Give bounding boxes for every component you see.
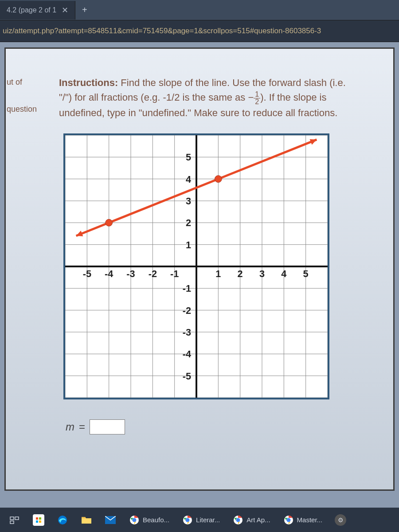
close-icon[interactable]: ✕ [62,5,68,15]
svg-text:2: 2 [238,268,243,279]
svg-text:1: 1 [186,239,191,250]
coordinate-graph: -5-4-3-2-11234554321-1-2-3-4-5 [63,133,329,399]
svg-text:-4: -4 [105,268,113,279]
svg-text:3: 3 [186,196,191,207]
fraction-numerator: 1 [254,91,260,98]
windows-taskbar: Beaufo... Literar... Art Ap... Master...… [0,508,399,532]
tab-title: 4.2 (page 2 of 1 [7,6,56,14]
out-of-label: ut of [7,78,37,87]
svg-point-51 [106,219,113,226]
chrome-icon [283,514,294,526]
svg-rect-53 [10,517,14,520]
explorer-button[interactable] [76,512,97,528]
equals-sign: = [79,421,85,433]
taskbar-label: Beaufo... [143,516,169,524]
svg-text:4: 4 [186,173,191,184]
svg-rect-57 [39,517,41,520]
taskbar-item-beaufo[interactable]: Beaufo... [124,512,174,528]
svg-text:-2: -2 [149,268,157,279]
svg-rect-56 [36,517,38,520]
chrome-icon [232,514,244,526]
mail-button[interactable] [100,512,121,528]
chrome-icon [182,514,193,526]
svg-text:2: 2 [186,217,191,228]
svg-point-67 [236,518,240,522]
svg-text:5: 5 [186,152,191,163]
svg-rect-54 [15,517,19,520]
browser-chrome: 4.2 (page 2 of 1 ✕ + uiz/attempt.php?att… [0,0,399,42]
fraction-example: 12 [254,91,260,106]
svg-point-63 [133,518,137,522]
task-view-icon [9,514,20,526]
edge-button[interactable] [52,512,73,528]
question-meta: ut of question [7,78,37,132]
edge-icon [57,514,68,526]
taskbar-label: Master... [297,516,323,524]
svg-text:-5: -5 [183,370,191,381]
tab-bar: 4.2 (page 2 of 1 ✕ + [0,0,399,20]
address-bar[interactable]: uiz/attempt.php?attempt=8548511&cmid=751… [0,20,399,42]
svg-point-65 [186,518,190,522]
svg-text:-3: -3 [126,268,135,279]
svg-point-69 [286,518,290,522]
store-icon [33,514,44,526]
svg-text:-3: -3 [183,327,191,338]
app-icon: ⚙ [335,514,346,526]
taskbar-item-literar[interactable]: Literar... [177,512,224,528]
fraction-denominator: 2 [254,98,260,106]
svg-text:3: 3 [259,268,265,279]
svg-text:-2: -2 [183,305,191,316]
svg-text:-1: -1 [183,283,191,294]
mail-icon [105,514,116,526]
svg-text:4: 4 [281,268,286,279]
graph-svg: -5-4-3-2-11234554321-1-2-3-4-5 [65,135,328,398]
svg-text:1: 1 [215,268,221,279]
svg-rect-55 [10,521,14,524]
svg-text:-5: -5 [83,268,91,279]
svg-rect-58 [36,520,38,523]
svg-point-52 [215,175,222,182]
taskbar-item-master[interactable]: Master... [278,512,327,528]
answer-row: m = [66,419,384,434]
folder-icon [81,514,92,526]
svg-rect-59 [39,520,41,523]
flag-question-link[interactable]: question [7,105,37,114]
slope-input[interactable] [90,419,125,434]
svg-text:-1: -1 [170,268,179,279]
answer-variable: m [66,421,74,433]
url-text: uiz/attempt.php?attempt=8548511&cmid=751… [3,27,321,35]
question-body: Instructions: Find the slope of the line… [59,75,384,434]
svg-text:5: 5 [303,268,309,279]
new-tab-button[interactable]: + [75,0,94,20]
instructions-text: Instructions: Find the slope of the line… [59,75,347,120]
svg-text:-4: -4 [183,348,191,360]
page-content: ut of question Instructions: Find the sl… [4,47,395,491]
browser-tab[interactable]: 4.2 (page 2 of 1 ✕ [0,1,75,20]
task-view-button[interactable] [4,512,25,528]
taskbar-item-extra[interactable]: ⚙ [330,512,351,528]
instructions-label: Instructions: [59,77,118,88]
taskbar-label: Literar... [196,516,220,524]
chrome-icon [129,514,140,526]
taskbar-label: Art Ap... [246,516,270,524]
taskbar-item-artap[interactable]: Art Ap... [228,512,274,528]
store-button[interactable] [28,512,49,528]
